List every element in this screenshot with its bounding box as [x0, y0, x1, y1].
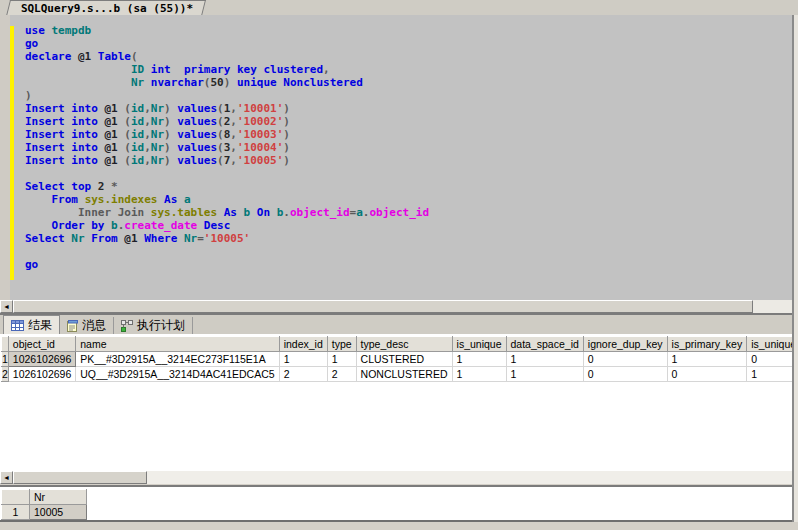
- results-grid-icon: [11, 320, 24, 331]
- tab-messages[interactable]: 消息: [60, 317, 114, 334]
- sql-code[interactable]: use tempdbgodeclare @1 Table( ID int pri…: [25, 24, 429, 271]
- code-line: [25, 245, 429, 258]
- code-line: ): [25, 89, 429, 102]
- grid-scrollbar-thumb[interactable]: [13, 471, 147, 484]
- column-header[interactable]: ignore_dup_key: [583, 337, 667, 352]
- column-header[interactable]: type: [327, 337, 356, 352]
- tab-results-label: 结果: [28, 317, 52, 334]
- column-header[interactable]: name: [76, 337, 279, 352]
- results-grid: object_idnameindex_idtypetype_descis_uni…: [1, 336, 798, 382]
- grid-cell[interactable]: 1: [452, 367, 506, 382]
- grid-corner[interactable]: [2, 490, 30, 505]
- grid-cell[interactable]: 10005: [30, 505, 87, 520]
- grid-cell[interactable]: 1026102696: [8, 352, 75, 367]
- code-line: Nr nvarchar(50) unique Nonclustered: [25, 76, 429, 89]
- bottom-strip: [0, 522, 798, 530]
- grid-cell[interactable]: 0: [583, 367, 667, 382]
- window-right-edge: [794, 15, 798, 522]
- grid-cell[interactable]: 1: [279, 352, 327, 367]
- column-header[interactable]: is_unique_constraint: [747, 337, 798, 352]
- document-tab-label: SQLQuery9.s...b (sa (55))*: [21, 1, 193, 16]
- results-tab-bar: 结果 消息 执行计划: [0, 315, 792, 334]
- grid-cell[interactable]: 1: [327, 352, 356, 367]
- grid-cell[interactable]: CLUSTERED: [356, 352, 452, 367]
- grid-cell[interactable]: 2: [279, 367, 327, 382]
- grid-cell[interactable]: 0: [583, 352, 667, 367]
- column-header[interactable]: data_space_id: [506, 337, 583, 352]
- code-line: Insert into @1 (id,Nr) values(1,'10001'): [25, 102, 429, 115]
- sql-editor[interactable]: use tempdbgodeclare @1 Table( ID int pri…: [0, 15, 792, 300]
- document-tab[interactable]: SQLQuery9.s...b (sa (55))*: [6, 0, 206, 16]
- grid-cell[interactable]: 2: [327, 367, 356, 382]
- column-header[interactable]: type_desc: [356, 337, 452, 352]
- code-line: declare @1 Table(: [25, 50, 429, 63]
- execution-plan-icon: [121, 320, 133, 332]
- column-header[interactable]: object_id: [8, 337, 75, 352]
- change-tracking-bar: [10, 26, 14, 280]
- results-grid-area: object_idnameindex_idtypetype_descis_uni…: [0, 334, 792, 471]
- code-line: Inner Join sys.tables As b On b.object_i…: [25, 206, 429, 219]
- editor-horizontal-scrollbar[interactable]: ◄: [0, 300, 792, 313]
- code-line: From sys.indexes As a: [25, 193, 429, 206]
- document-tab-bar: SQLQuery9.s...b (sa (55))*: [0, 0, 798, 16]
- column-header[interactable]: is_primary_key: [667, 337, 747, 352]
- selection-margin: [0, 15, 10, 300]
- column-header[interactable]: is_unique: [452, 337, 506, 352]
- tab-messages-label: 消息: [82, 317, 106, 334]
- code-line: ID int primary key clustered,: [25, 63, 429, 76]
- second-resultset-area: Nr110005: [0, 487, 792, 520]
- grid-cell[interactable]: 1: [506, 367, 583, 382]
- scroll-left-icon[interactable]: ◄: [0, 300, 13, 313]
- grid-row: 110005: [2, 505, 87, 520]
- code-line: use tempdb: [25, 24, 429, 37]
- ssms-query-window: SQLQuery9.s...b (sa (55))* use tempdbgod…: [0, 0, 798, 530]
- column-header[interactable]: index_id: [279, 337, 327, 352]
- scroll-left-icon[interactable]: ◄: [0, 471, 13, 484]
- grid-cell[interactable]: 1026102696: [8, 367, 75, 382]
- row-header[interactable]: 1: [2, 352, 9, 367]
- code-line: go: [25, 258, 429, 271]
- code-line: Insert into @1 (id,Nr) values(7,'10005'): [25, 154, 429, 167]
- code-line: Order by b.create_date Desc: [25, 219, 429, 232]
- code-line: [25, 167, 429, 180]
- grid-cell[interactable]: 0: [747, 352, 798, 367]
- grid-cell[interactable]: UQ__#3D2915A__3214D4AC41EDCAC5: [76, 367, 279, 382]
- grid-cell[interactable]: 1: [747, 367, 798, 382]
- tab-results[interactable]: 结果: [3, 315, 60, 334]
- grid-cell[interactable]: NONCLUSTERED: [356, 367, 452, 382]
- grid-horizontal-scrollbar[interactable]: ◄: [0, 471, 792, 484]
- grid-cell[interactable]: 1: [506, 352, 583, 367]
- grid-row: 11026102696PK__#3D2915A__3214EC273F115E1…: [2, 352, 798, 367]
- tab-execution-plan-label: 执行计划: [137, 317, 185, 334]
- grid-cell[interactable]: 0: [667, 367, 747, 382]
- grid-cell[interactable]: PK__#3D2915A__3214EC273F115E1A: [76, 352, 279, 367]
- row-header[interactable]: 2: [2, 367, 9, 382]
- code-line: Select top 2 *: [25, 180, 429, 193]
- editor-scrollbar-thumb[interactable]: [13, 300, 753, 313]
- grid-cell[interactable]: 1: [452, 352, 506, 367]
- grid-cell[interactable]: 1: [667, 352, 747, 367]
- code-line: go: [25, 37, 429, 50]
- grid-row: 21026102696UQ__#3D2915A__3214D4AC41EDCAC…: [2, 367, 798, 382]
- second-results-grid: Nr110005: [1, 489, 87, 520]
- grid-corner[interactable]: [2, 337, 9, 352]
- column-header[interactable]: Nr: [30, 490, 87, 505]
- code-line: Insert into @1 (id,Nr) values(8,'10003'): [25, 128, 429, 141]
- messages-icon: [67, 320, 78, 332]
- tab-execution-plan[interactable]: 执行计划: [114, 317, 193, 334]
- code-line: Select Nr From @1 Where Nr='10005': [25, 232, 429, 245]
- code-line: Insert into @1 (id,Nr) values(2,'10002'): [25, 115, 429, 128]
- row-header[interactable]: 1: [2, 505, 30, 520]
- code-line: Insert into @1 (id,Nr) values(3,'10004'): [25, 141, 429, 154]
